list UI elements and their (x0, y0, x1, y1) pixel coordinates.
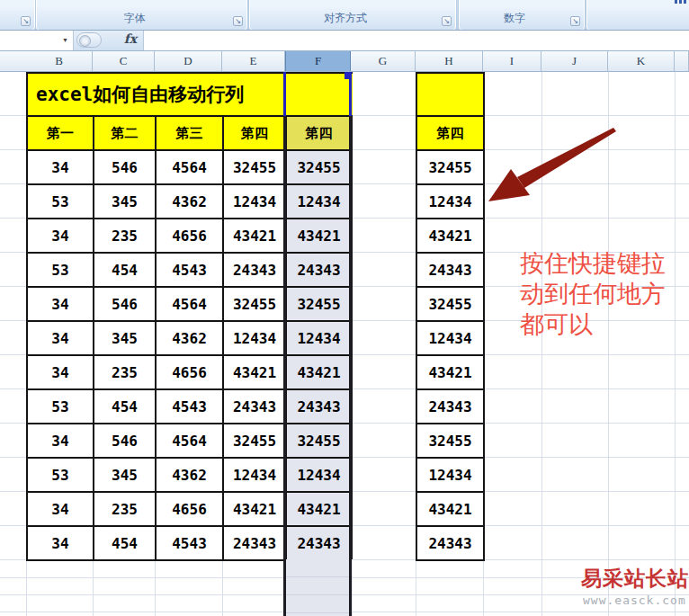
column-header-J[interactable]: J (541, 51, 608, 71)
dialog-launcher-icon[interactable]: ↘ (21, 16, 31, 26)
cell-F6[interactable]: 24343 (285, 252, 353, 288)
dialog-launcher-icon[interactable]: ↘ (233, 16, 243, 26)
title-cell[interactable]: excel如何自由移动行列 (26, 72, 287, 117)
cell-C4[interactable]: 345 (93, 183, 157, 219)
cell-E3[interactable]: 32455 (222, 149, 287, 185)
cell-C3[interactable]: 546 (93, 149, 157, 185)
name-box-dropdown-icon[interactable]: ▼ (58, 31, 73, 50)
cell-E6[interactable]: 24343 (222, 252, 287, 288)
header-cell-B2[interactable]: 第一 (26, 115, 94, 151)
cell-B3[interactable]: 34 (26, 149, 94, 185)
column-header-B[interactable]: B (26, 51, 93, 71)
cell-B5[interactable]: 34 (26, 218, 94, 254)
cell-F4[interactable]: 12434 (285, 183, 353, 219)
cell-F5[interactable]: 43421 (285, 218, 353, 254)
cell-D14[interactable]: 4543 (155, 525, 224, 561)
cell-E13[interactable]: 43421 (222, 491, 287, 527)
header-cell-D2[interactable]: 第三 (155, 115, 224, 151)
column-header-E[interactable]: E (222, 51, 285, 71)
header-cell-H2[interactable]: 第四 (416, 115, 485, 151)
cell-H10[interactable]: 24343 (416, 388, 485, 424)
cell-H4[interactable]: 12434 (416, 183, 485, 219)
cell-D6[interactable]: 4543 (155, 252, 224, 288)
cell-E11[interactable]: 32455 (222, 423, 287, 459)
insert-function-icon[interactable]: fx (119, 31, 142, 49)
column-header-F[interactable]: F (285, 51, 351, 71)
cell-E5[interactable]: 43421 (222, 218, 287, 254)
cell-E9[interactable]: 43421 (222, 354, 287, 390)
cell-H7[interactable]: 32455 (416, 286, 485, 322)
cell-F11[interactable]: 32455 (285, 423, 353, 459)
cell-F12[interactable]: 12434 (285, 457, 353, 493)
column-header-C[interactable]: C (93, 51, 155, 71)
cell-F1[interactable] (285, 72, 353, 117)
cell-B13[interactable]: 34 (26, 491, 94, 527)
cell-C7[interactable]: 546 (93, 286, 157, 322)
cell-C9[interactable]: 235 (93, 354, 157, 390)
cell-B14[interactable]: 34 (26, 525, 94, 561)
cell-D10[interactable]: 4543 (155, 388, 224, 424)
cell-H1[interactable] (416, 72, 485, 117)
cell-D7[interactable]: 4564 (155, 286, 224, 322)
cell-F14[interactable]: 24343 (285, 525, 353, 561)
cell-D3[interactable]: 4564 (155, 149, 224, 185)
cell-C6[interactable]: 454 (93, 252, 157, 288)
cell-H8[interactable]: 12434 (416, 320, 485, 356)
cell-E14[interactable]: 24343 (222, 525, 287, 561)
cell-F8[interactable]: 12434 (285, 320, 353, 356)
cell-F10[interactable]: 24343 (285, 388, 353, 424)
cell-D8[interactable]: 4362 (155, 320, 224, 356)
cell-H6[interactable]: 24343 (416, 252, 485, 288)
cell-F13[interactable]: 43421 (285, 491, 353, 527)
header-cell-F2[interactable]: 第四 (285, 115, 353, 151)
cell-E12[interactable]: 12434 (222, 457, 287, 493)
cell-C12[interactable]: 345 (93, 457, 157, 493)
cell-F9[interactable]: 43421 (285, 354, 353, 390)
cell-H13[interactable]: 43421 (416, 491, 485, 527)
cell-E7[interactable]: 32455 (222, 286, 287, 322)
cell-C14[interactable]: 454 (93, 525, 157, 561)
name-box-input[interactable] (0, 31, 58, 50)
cell-B6[interactable]: 53 (26, 252, 94, 288)
cell-F7[interactable]: 32455 (285, 286, 353, 322)
column-header-H[interactable]: H (416, 51, 483, 71)
cell-F3[interactable]: 32455 (285, 149, 353, 185)
cell-D12[interactable]: 4362 (155, 457, 224, 493)
cell-H5[interactable]: 43421 (416, 218, 485, 254)
column-header-D[interactable]: D (155, 51, 222, 71)
cell-B10[interactable]: 53 (26, 388, 94, 424)
cell-H9[interactable]: 43421 (416, 354, 485, 390)
cell-B7[interactable]: 34 (26, 286, 94, 322)
dialog-launcher-icon[interactable]: ↘ (570, 16, 580, 26)
formula-input[interactable] (144, 31, 689, 50)
cell-D11[interactable]: 4564 (155, 423, 224, 459)
cell-D4[interactable]: 4362 (155, 183, 224, 219)
column-header-I[interactable]: I (483, 51, 541, 71)
cell-H3[interactable]: 32455 (416, 149, 485, 185)
cell-B4[interactable]: 53 (26, 183, 94, 219)
cell-E8[interactable]: 12434 (222, 320, 287, 356)
fill-handle[interactable] (344, 72, 352, 79)
cell-C8[interactable]: 345 (93, 320, 157, 356)
cell-C11[interactable]: 546 (93, 423, 157, 459)
cell-E4[interactable]: 12434 (222, 183, 287, 219)
header-cell-E2[interactable]: 第四 (222, 115, 287, 151)
cell-H14[interactable]: 24343 (416, 525, 485, 561)
cell-D5[interactable]: 4656 (155, 218, 224, 254)
cell-D9[interactable]: 4656 (155, 354, 224, 390)
dialog-launcher-icon[interactable]: ↘ (442, 16, 452, 26)
selected-column-extension[interactable] (285, 559, 353, 616)
cell-B9[interactable]: 34 (26, 354, 94, 390)
cell-E10[interactable]: 24343 (222, 388, 287, 424)
column-header-G[interactable]: G (351, 51, 416, 71)
cell-H12[interactable]: 12434 (416, 457, 485, 493)
cell-C5[interactable]: 235 (93, 218, 157, 254)
cell-H11[interactable]: 32455 (416, 423, 485, 459)
column-header-K[interactable]: K (608, 51, 675, 71)
cell-D13[interactable]: 4656 (155, 491, 224, 527)
header-cell-C2[interactable]: 第二 (93, 115, 157, 151)
cell-C13[interactable]: 235 (93, 491, 157, 527)
cell-B11[interactable]: 34 (26, 423, 94, 459)
cell-C10[interactable]: 454 (93, 388, 157, 424)
cell-B12[interactable]: 53 (26, 457, 94, 493)
